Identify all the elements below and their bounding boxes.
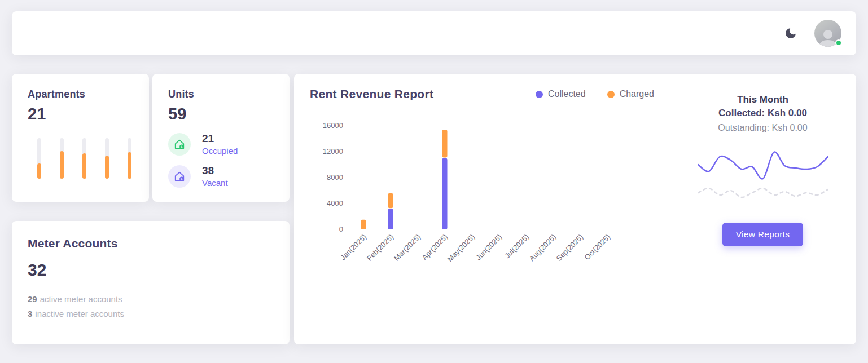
- meter-accounts-details: 29active meter accounts 3inactive meter …: [28, 292, 274, 322]
- svg-text:4000: 4000: [327, 199, 343, 207]
- units-title: Units: [168, 88, 290, 100]
- user-avatar[interactable]: [814, 20, 841, 47]
- this-month-collected: Collected: Ksh 0.00: [683, 108, 843, 119]
- occupied-label: Occupied: [202, 146, 238, 156]
- collected-dot-icon: [536, 91, 543, 98]
- svg-text:12000: 12000: [323, 147, 343, 156]
- units-count: 59: [168, 105, 290, 123]
- svg-text:Jul(2025): Jul(2025): [503, 233, 531, 260]
- vacant-house-icon: [168, 165, 191, 188]
- meter-accounts-card: Meter Accounts 32 29active meter account…: [12, 221, 290, 344]
- units-card: Units 59 21 Occupied: [152, 74, 290, 202]
- online-status-dot: [835, 39, 842, 46]
- dark-mode-toggle[interactable]: [784, 26, 797, 40]
- svg-text:May(2025): May(2025): [446, 233, 477, 264]
- svg-text:Feb(2025): Feb(2025): [365, 233, 395, 263]
- meter-accounts-count: 32: [28, 260, 274, 280]
- apartments-card: Apartments 21: [12, 74, 149, 202]
- svg-text:Oct(2025): Oct(2025): [583, 233, 612, 262]
- occupied-count: 21: [202, 132, 238, 145]
- this-month-sparkline: [683, 148, 843, 207]
- rent-revenue-header: Rent Revenue Report Collected Charged: [310, 87, 654, 101]
- summary-cards-row: Apartments 21 Units 59: [12, 74, 290, 202]
- occupied-units-row: 21 Occupied: [168, 132, 290, 156]
- svg-text:Jan(2025): Jan(2025): [339, 233, 368, 262]
- svg-text:Sep(2025): Sep(2025): [555, 233, 585, 263]
- this-month-title: This Month: [683, 94, 843, 105]
- svg-text:16000: 16000: [323, 121, 343, 130]
- legend-item-collected[interactable]: Collected: [536, 89, 586, 99]
- legend-item-charged[interactable]: Charged: [607, 89, 654, 99]
- moon-icon: [784, 26, 797, 40]
- rent-revenue-chart: 0400080001200016000Jan(2025)Feb(2025)Mar…: [308, 110, 654, 282]
- meter-accounts-title: Meter Accounts: [28, 237, 274, 250]
- active-meters-line: 29active meter accounts: [28, 292, 274, 307]
- svg-text:8000: 8000: [327, 173, 343, 182]
- vacant-units-row: 38 Vacant: [168, 165, 290, 188]
- inactive-meters-count: 3: [28, 309, 32, 318]
- active-meters-count: 29: [28, 294, 37, 304]
- charged-dot-icon: [607, 91, 615, 98]
- top-navbar: [12, 11, 856, 55]
- occupied-units-text: 21 Occupied: [202, 132, 238, 156]
- vacant-label: Vacant: [202, 178, 228, 188]
- collected-legend-label: Collected: [548, 89, 586, 99]
- svg-text:0: 0: [339, 225, 343, 233]
- svg-text:Jun(2025): Jun(2025): [474, 233, 503, 262]
- apartments-title: Apartments: [28, 88, 149, 100]
- rent-revenue-title: Rent Revenue Report: [310, 87, 433, 101]
- chart-legend: Collected Charged: [536, 89, 654, 99]
- vacant-units-text: 38 Vacant: [202, 165, 228, 188]
- view-reports-button[interactable]: View Reports: [722, 223, 804, 246]
- apartments-count: 21: [28, 105, 149, 123]
- charged-legend-label: Charged: [620, 89, 654, 99]
- active-meters-label: active meter accounts: [40, 294, 122, 304]
- dashboard-content: Apartments 21 Units 59: [12, 74, 856, 344]
- svg-text:Mar(2025): Mar(2025): [392, 233, 422, 263]
- left-column: Apartments 21 Units 59: [12, 74, 290, 344]
- dashboard-page: Apartments 21 Units 59: [0, 0, 868, 344]
- inactive-meters-label: inactive meter accounts: [35, 309, 124, 318]
- apartments-sparkline: [36, 138, 133, 179]
- rent-revenue-main: Rent Revenue Report Collected Charged 04…: [294, 74, 669, 344]
- inactive-meters-line: 3inactive meter accounts: [28, 307, 274, 321]
- occupied-house-icon: [168, 133, 191, 156]
- rent-revenue-card: Rent Revenue Report Collected Charged 04…: [294, 74, 856, 344]
- svg-text:Aug(2025): Aug(2025): [528, 233, 558, 263]
- this-month-panel: This Month Collected: Ksh 0.00 Outstandi…: [669, 74, 856, 344]
- vacant-count: 38: [202, 165, 228, 177]
- this-month-outstanding: Outstanding: Ksh 0.00: [683, 123, 843, 133]
